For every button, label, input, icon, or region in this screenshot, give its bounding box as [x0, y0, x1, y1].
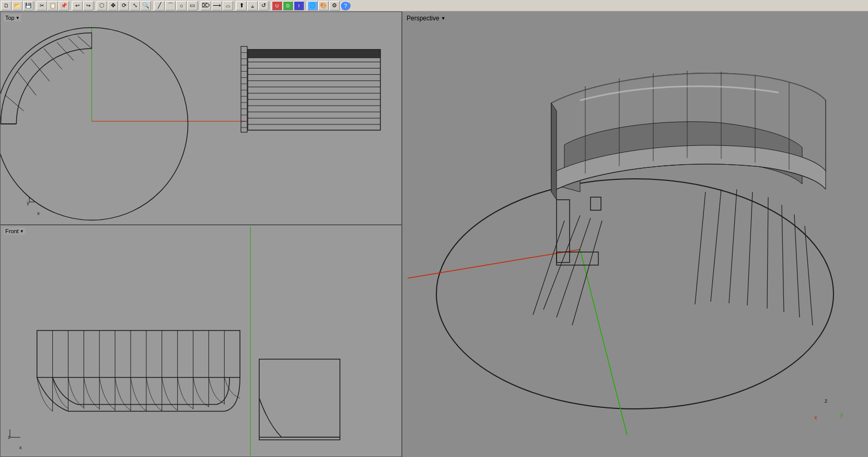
toolbar-sweep-btn[interactable]: ⟁: [247, 1, 258, 10]
toolbar-redo-btn[interactable]: ↪: [83, 1, 94, 10]
svg-text:x: x: [37, 210, 40, 216]
toolbar-scale-btn[interactable]: ⤡: [130, 1, 140, 10]
toolbar-arc-btn[interactable]: ⌒: [165, 1, 176, 10]
toolbar-paste-btn[interactable]: 📌: [59, 1, 69, 10]
toolbar-revolve-btn[interactable]: ↺: [258, 1, 269, 10]
toolbar-sep-5: [199, 2, 200, 10]
toolbar-sep-1: [34, 2, 36, 10]
viewports-container: Top ▼: [0, 12, 868, 457]
front-viewport-label[interactable]: Front ▼: [4, 227, 26, 235]
toolbar-zoom-btn[interactable]: 🔍: [141, 1, 151, 10]
toolbar-boolean-int-btn[interactable]: I: [294, 1, 304, 10]
toolbar-trim-btn[interactable]: ⌦: [201, 1, 211, 10]
toolbar-sep-2: [70, 2, 71, 10]
toolbar-sep-4: [152, 2, 153, 10]
toolbar-render-btn[interactable]: 🌐: [307, 1, 318, 10]
toolbar-select-btn[interactable]: ⬡: [97, 1, 107, 10]
toolbar-new-btn[interactable]: 🗋: [1, 1, 11, 10]
toolbar-material-btn[interactable]: 🎨: [318, 1, 329, 10]
toolbar: 🗋 📂 💾 ✂ 📋 📌 ↩ ↪ ⬡ ✥ ⟳ ⤡ 🔍 ╱ ⌒ ○ ▭ ⌦ ⟶ ⌓ …: [0, 0, 868, 12]
toolbar-sep-8: [305, 2, 306, 10]
top-viewport-label[interactable]: Top ▼: [4, 14, 21, 21]
perspective-label-text: Perspective: [407, 15, 439, 22]
toolbar-copy-btn[interactable]: 📋: [48, 1, 58, 10]
toolbar-boolean-diff-btn[interactable]: D: [283, 1, 293, 10]
svg-text:x: x: [19, 444, 22, 450]
front-viewport[interactable]: Front ▼: [0, 225, 402, 457]
toolbar-settings-btn[interactable]: ⚙: [329, 1, 340, 10]
toolbar-line-btn[interactable]: ╱: [154, 1, 165, 10]
left-panel: Top ▼: [0, 12, 402, 457]
svg-rect-29: [248, 50, 380, 58]
front-viewport-dropdown-icon: ▼: [20, 229, 24, 234]
front-viewport-svg: z x: [1, 225, 401, 456]
toolbar-help-btn[interactable]: ?: [340, 1, 351, 10]
svg-rect-77: [402, 12, 868, 457]
toolbar-rotate-btn[interactable]: ⟳: [119, 1, 129, 10]
svg-rect-52: [1, 226, 401, 455]
toolbar-rect-btn[interactable]: ▭: [187, 1, 198, 10]
top-viewport-svg: y x: [1, 12, 401, 224]
toolbar-sep-6: [234, 2, 235, 10]
toolbar-undo-btn[interactable]: ↩: [72, 1, 83, 10]
perspective-viewport[interactable]: Perspective ▼: [402, 12, 868, 457]
toolbar-circle-btn[interactable]: ○: [176, 1, 187, 10]
toolbar-save-btn[interactable]: 💾: [23, 1, 33, 10]
toolbar-boolean-union-btn[interactable]: U: [272, 1, 282, 10]
top-viewport-label-text: Top: [5, 15, 15, 21]
svg-text:y: y: [840, 412, 843, 418]
toolbar-move-btn[interactable]: ✥: [108, 1, 118, 10]
top-viewport[interactable]: Top ▼: [0, 12, 402, 225]
toolbar-sep-7: [270, 2, 271, 10]
top-viewport-dropdown-icon: ▼: [16, 16, 20, 20]
toolbar-sep-3: [95, 2, 96, 10]
toolbar-open-btn[interactable]: 📂: [12, 1, 22, 10]
toolbar-cut-btn[interactable]: ✂: [37, 1, 47, 10]
perspective-viewport-label[interactable]: Perspective ▼: [407, 15, 446, 22]
toolbar-extend-btn[interactable]: ⟶: [212, 1, 222, 10]
front-viewport-label-text: Front: [5, 228, 19, 234]
svg-text:y: y: [27, 200, 29, 205]
perspective-viewport-svg: z y x: [402, 12, 868, 457]
svg-text:z: z: [825, 397, 828, 404]
toolbar-extrude-btn[interactable]: ⬆: [236, 1, 247, 10]
svg-text:x: x: [814, 414, 817, 420]
perspective-dropdown-icon: ▼: [441, 16, 446, 21]
toolbar-fillet-btn[interactable]: ⌓: [223, 1, 233, 10]
